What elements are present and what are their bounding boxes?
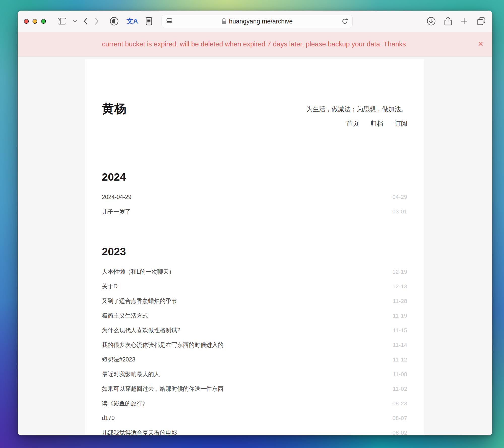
post-date: 11-08 — [393, 371, 407, 378]
archive-list: 2024 2024-04-29 04-29 儿子一岁了 03-01 2023 人… — [102, 171, 407, 435]
post-row: 儿子一岁了 03-01 — [102, 204, 407, 219]
close-window-button[interactable] — [24, 19, 29, 24]
back-icon[interactable] — [83, 17, 88, 25]
post-title[interactable]: 极简主义生活方式 — [102, 312, 148, 320]
post-title[interactable]: 读《鳗鱼的旅行》 — [102, 400, 148, 407]
post-title[interactable]: 又到了适合点香薰蜡烛的季节 — [102, 297, 177, 305]
reload-icon[interactable] — [341, 18, 349, 25]
post-row: 为什么现代人喜欢做性格测试? 11-15 — [102, 323, 407, 338]
post-row: d170 08-07 — [102, 411, 407, 426]
address-bar[interactable]: huangyang.me/archive — [162, 15, 353, 28]
share-icon[interactable] — [444, 16, 452, 26]
moon-extension-icon[interactable] — [109, 16, 119, 26]
post-date: 03-01 — [392, 208, 407, 215]
post-row: 几部我觉得适合夏天看的电影 08-02 — [102, 426, 407, 435]
post-title[interactable]: 我的很多次心流体验都是在写东西的时候进入的 — [102, 341, 224, 349]
page-settings-icon[interactable] — [166, 17, 173, 25]
post-title[interactable]: 如果可以穿越回过去，给那时候的你送一件东西 — [102, 385, 224, 393]
post-date: 08-02 — [392, 430, 407, 435]
post-row: 我的很多次心流体验都是在写东西的时候进入的 11-14 — [102, 338, 407, 352]
page-viewport[interactable]: 黄杨 为生活，做减法；为思想，做加法。 首页 归档 订阅 2024 2024-0… — [18, 57, 492, 435]
post-row: 短想法#2023 11-12 — [102, 352, 407, 367]
new-tab-icon[interactable] — [460, 17, 468, 25]
post-title[interactable]: 2024-04-29 — [102, 194, 132, 201]
post-title[interactable]: 短想法#2023 — [102, 356, 135, 363]
post-title[interactable]: 几部我觉得适合夏天看的电影 — [102, 429, 177, 435]
window-controls — [24, 19, 46, 24]
post-row: 极简主义生活方式 11-19 — [102, 309, 407, 323]
url-text: huangyang.me/archive — [229, 18, 293, 25]
post-row: 人本性懒（和L的一次聊天） 12-19 — [102, 265, 407, 279]
post-title[interactable]: 关于D — [102, 283, 118, 290]
post-title[interactable]: 儿子一岁了 — [102, 208, 131, 216]
post-date: 11-12 — [393, 356, 407, 363]
post-date: 12-19 — [392, 269, 407, 275]
notice-message: current bucket is expired, will be delet… — [102, 40, 408, 48]
lock-icon — [221, 18, 227, 25]
site-header: 黄杨 为生活，做减法；为思想，做加法。 首页 归档 订阅 — [102, 102, 407, 128]
post-list: 2024-04-29 04-29 儿子一岁了 03-01 — [102, 190, 407, 219]
reader-document-icon[interactable] — [145, 17, 152, 26]
minimize-window-button[interactable] — [33, 19, 37, 24]
post-date: 11-15 — [393, 327, 407, 334]
archive-section: 2024 2024-04-29 04-29 儿子一岁了 03-01 — [102, 171, 407, 219]
post-title[interactable]: 最近对我影响最大的人 — [102, 370, 160, 378]
post-date: 08-07 — [392, 415, 407, 422]
post-date: 11-19 — [393, 313, 407, 319]
close-icon[interactable]: ✕ — [478, 41, 484, 48]
sidebar-toggle-icon[interactable] — [57, 17, 67, 25]
post-title[interactable]: 为什么现代人喜欢做性格测试? — [102, 326, 180, 334]
content-column: 黄杨 为生活，做减法；为思想，做加法。 首页 归档 订阅 2024 2024-0… — [85, 59, 424, 435]
post-row: 2024-04-29 04-29 — [102, 190, 407, 204]
post-title[interactable]: d170 — [102, 415, 115, 422]
post-date: 11-02 — [393, 386, 407, 392]
site-title[interactable]: 黄杨 — [102, 102, 127, 116]
site-tagline: 为生活，做减法；为思想，做加法。 — [306, 105, 407, 114]
post-date: 04-29 — [392, 194, 407, 200]
nav-link-subscribe[interactable]: 订阅 — [395, 119, 407, 128]
post-title[interactable]: 人本性懒（和L的一次聊天） — [102, 268, 175, 276]
post-date: 11-14 — [393, 342, 407, 348]
chevron-down-icon[interactable] — [73, 20, 77, 23]
browser-toolbar: 文A — [18, 11, 492, 32]
notice-banner: current bucket is expired, will be delet… — [18, 32, 492, 57]
site-nav: 首页 归档 订阅 — [306, 119, 407, 128]
post-row: 如果可以穿越回过去，给那时候的你送一件东西 11-02 — [102, 382, 407, 396]
post-row: 读《鳗鱼的旅行》 08-23 — [102, 396, 407, 411]
forward-icon[interactable] — [94, 17, 99, 25]
post-date: 12-13 — [392, 283, 407, 290]
post-list: 人本性懒（和L的一次聊天） 12-19 关于D 12-13 又到了适合点香薰蜡烛… — [102, 265, 407, 435]
downloads-icon[interactable] — [426, 16, 436, 26]
nav-link-archive[interactable]: 归档 — [370, 119, 383, 128]
post-row: 最近对我影响最大的人 11-08 — [102, 367, 407, 382]
nav-link-home[interactable]: 首页 — [346, 119, 359, 128]
translate-extension-icon[interactable]: 文A — [127, 17, 138, 26]
tabs-overview-icon[interactable] — [476, 17, 486, 26]
post-row: 关于D 12-13 — [102, 279, 407, 294]
year-heading: 2023 — [102, 245, 407, 258]
archive-section: 2023 人本性懒（和L的一次聊天） 12-19 关于D 12-13 又到了适合… — [102, 245, 407, 435]
browser-window: 文A — [18, 11, 492, 435]
year-heading: 2024 — [102, 171, 407, 183]
post-date: 08-23 — [392, 400, 407, 407]
zoom-window-button[interactable] — [41, 19, 46, 24]
post-row: 又到了适合点香薰蜡烛的季节 11-28 — [102, 294, 407, 309]
post-date: 11-28 — [393, 298, 407, 304]
